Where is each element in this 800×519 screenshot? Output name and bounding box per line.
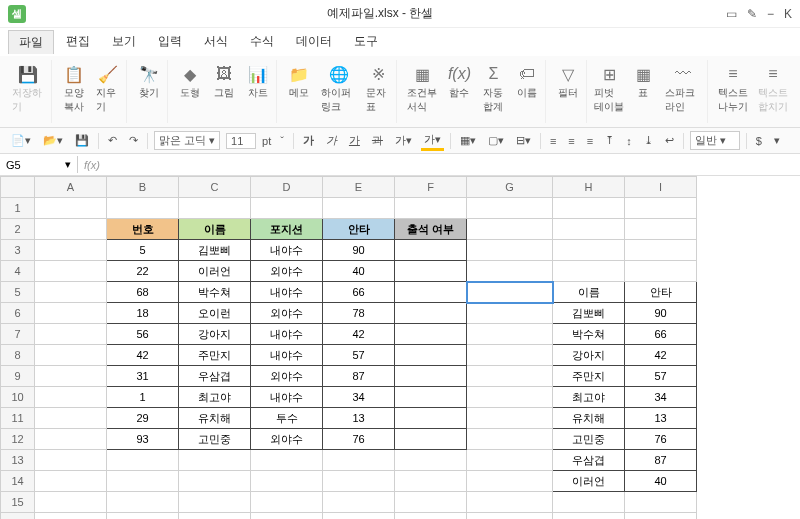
cell-C8[interactable]: 주만지 [179,345,251,366]
cell-A12[interactable] [35,429,107,450]
cell-D7[interactable]: 내야수 [251,324,323,345]
row-header-11[interactable]: 11 [1,408,35,429]
cell-H10[interactable]: 최고야 [553,387,625,408]
cell-E6[interactable]: 78 [323,303,395,324]
edit-icon[interactable]: ✎ [747,7,757,21]
cell-A10[interactable] [35,387,107,408]
cell-A6[interactable] [35,303,107,324]
pivot-button[interactable]: ⊞피벗 테이블 [595,62,623,116]
font-name-select[interactable]: 맑은 고딕 ▾ [154,131,220,150]
cell-G13[interactable] [467,450,553,471]
menu-data[interactable]: 데이터 [286,30,342,54]
col-header-H[interactable]: H [553,177,625,198]
cell-D2[interactable]: 포지션 [251,219,323,240]
row-header-13[interactable]: 13 [1,450,35,471]
cell-C14[interactable] [179,471,251,492]
cell-G3[interactable] [467,240,553,261]
cell-B3[interactable]: 5 [107,240,179,261]
redo-button[interactable]: ↷ [126,133,141,148]
cell-G5[interactable] [467,282,553,303]
cell-A5[interactable] [35,282,107,303]
fill-button[interactable]: ▢▾ [485,133,507,148]
picture-button[interactable]: 🖼그림 [210,62,238,102]
cell-I5[interactable]: 안타 [625,282,697,303]
spreadsheet-grid[interactable]: ABCDEFGHI12번호이름포지션안타출석 여부35김뽀삐내야수90422이러… [0,176,800,519]
minimize-icon[interactable]: − [767,7,774,21]
font-color-button[interactable]: 가▾ [392,132,415,149]
row-header-9[interactable]: 9 [1,366,35,387]
cell-A9[interactable] [35,366,107,387]
cell-G1[interactable] [467,198,553,219]
cell-C6[interactable]: 오이런 [179,303,251,324]
cell-A7[interactable] [35,324,107,345]
cell-E7[interactable]: 42 [323,324,395,345]
cell-D8[interactable]: 내야수 [251,345,323,366]
cell-C15[interactable] [179,492,251,513]
cell-C7[interactable]: 강아지 [179,324,251,345]
cell-I8[interactable]: 42 [625,345,697,366]
cell-C16[interactable] [179,513,251,520]
cell-E1[interactable] [323,198,395,219]
find-button[interactable]: 🔭찾기 [135,62,163,102]
cell-D5[interactable]: 내야수 [251,282,323,303]
cell-I14[interactable]: 40 [625,471,697,492]
text-split-button[interactable]: ≡텍스트 나누기 [716,62,750,116]
row-header-5[interactable]: 5 [1,282,35,303]
cell-F2[interactable]: 출석 여부 [395,219,467,240]
cell-I16[interactable] [625,513,697,520]
col-header-D[interactable]: D [251,177,323,198]
cell-G11[interactable] [467,408,553,429]
cell-I7[interactable]: 66 [625,324,697,345]
corner-cell[interactable] [1,177,35,198]
cell-B4[interactable]: 22 [107,261,179,282]
cell-C10[interactable]: 최고야 [179,387,251,408]
menu-input[interactable]: 입력 [148,30,192,54]
cell-B7[interactable]: 56 [107,324,179,345]
cell-H3[interactable] [553,240,625,261]
cell-H2[interactable] [553,219,625,240]
cell-D10[interactable]: 내야수 [251,387,323,408]
cell-G15[interactable] [467,492,553,513]
cell-H1[interactable] [553,198,625,219]
cell-B2[interactable]: 번호 [107,219,179,240]
align-center-button[interactable]: ≡ [565,134,577,148]
cell-H8[interactable]: 강아지 [553,345,625,366]
cell-F8[interactable] [395,345,467,366]
cell-H15[interactable] [553,492,625,513]
fx-icon[interactable]: f(x) [78,159,106,171]
cell-C12[interactable]: 고민중 [179,429,251,450]
name-box[interactable]: G5▾ [0,156,78,173]
cell-G6[interactable] [467,303,553,324]
folder-icon[interactable]: 📂▾ [40,133,66,148]
cell-F14[interactable] [395,471,467,492]
col-header-E[interactable]: E [323,177,395,198]
align-left-button[interactable]: ≡ [547,134,559,148]
font-size-select[interactable]: 11 [226,133,256,149]
border-button[interactable]: ▦▾ [457,133,479,148]
cell-A1[interactable] [35,198,107,219]
col-header-B[interactable]: B [107,177,179,198]
menu-file[interactable]: 파일 [8,30,54,54]
cell-F6[interactable] [395,303,467,324]
sparkline-button[interactable]: 〰스파크라인 [663,62,703,116]
cell-E9[interactable]: 87 [323,366,395,387]
row-header-10[interactable]: 10 [1,387,35,408]
cell-B6[interactable]: 18 [107,303,179,324]
row-header-8[interactable]: 8 [1,345,35,366]
col-header-C[interactable]: C [179,177,251,198]
cell-D6[interactable]: 외야수 [251,303,323,324]
cell-D12[interactable]: 외야수 [251,429,323,450]
cond-format-button[interactable]: ▦조건부 서식 [405,62,439,116]
cell-B1[interactable] [107,198,179,219]
cell-A4[interactable] [35,261,107,282]
cell-H14[interactable]: 이러언 [553,471,625,492]
cell-B10[interactable]: 1 [107,387,179,408]
cell-C2[interactable]: 이름 [179,219,251,240]
formula-input[interactable] [106,157,800,173]
menu-tools[interactable]: 도구 [344,30,388,54]
cell-B11[interactable]: 29 [107,408,179,429]
col-header-I[interactable]: I [625,177,697,198]
cell-G10[interactable] [467,387,553,408]
cell-H4[interactable] [553,261,625,282]
cell-F10[interactable] [395,387,467,408]
